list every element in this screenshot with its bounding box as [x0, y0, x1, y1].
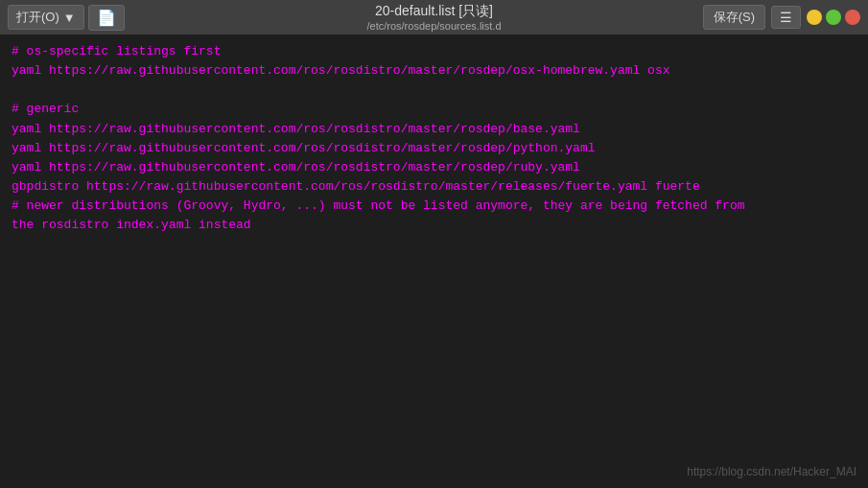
- editor-area[interactable]: # os-specific listings first yaml https:…: [0, 35, 868, 488]
- titlebar-left: 打开(O) ▼ 📄: [8, 5, 125, 31]
- titlebar-right: 保存(S) ☰: [703, 5, 860, 30]
- watermark: https://blog.csdn.net/Hacker_MAI: [687, 465, 856, 478]
- open-arrow-icon: ▼: [63, 11, 76, 25]
- file-icon-button[interactable]: 📄: [88, 5, 125, 31]
- titlebar: 打开(O) ▼ 📄 20-default.list [只读] /etc/ros/…: [0, 0, 868, 35]
- file-icon: 📄: [97, 10, 116, 26]
- open-button[interactable]: 打开(O) ▼: [8, 5, 84, 30]
- window-subtitle: /etc/ros/rosdep/sources.list.d: [366, 20, 501, 32]
- editor-content: # os-specific listings first yaml https:…: [12, 42, 856, 235]
- save-button[interactable]: 保存(S): [703, 5, 765, 30]
- maximize-button[interactable]: [826, 10, 841, 25]
- open-label: 打开(O): [16, 9, 59, 26]
- window-title: 20-default.list [只读]: [366, 3, 501, 20]
- minimize-button[interactable]: [807, 10, 822, 25]
- menu-button[interactable]: ☰: [771, 6, 801, 29]
- window-controls: [807, 10, 860, 25]
- close-button[interactable]: [845, 10, 860, 25]
- titlebar-center: 20-default.list [只读] /etc/ros/rosdep/sou…: [366, 3, 501, 32]
